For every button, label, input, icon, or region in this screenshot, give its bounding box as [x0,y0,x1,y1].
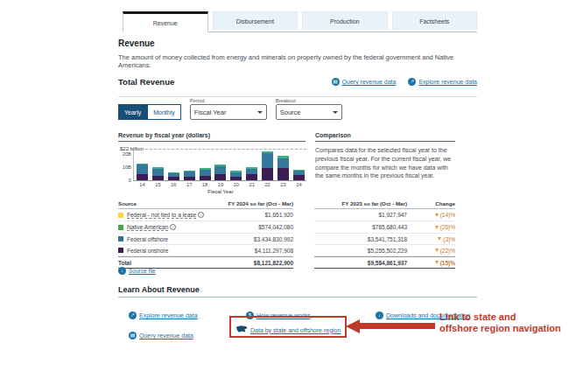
breakout-label: Breakout [276,98,342,103]
link-explore-revenue-data[interactable]: ↗Explore revenue data [129,312,198,319]
source-label-federal-onshore: Federal onshore [127,248,168,254]
source-label-federal-not-tied-to-a-lease[interactable]: Federal - not tied to a lease [127,212,196,219]
link-query-revenue-data[interactable]: ▤Query revenue data [129,332,193,340]
stacked-bar-fy18 [200,168,211,180]
y-tick-label: 0 [119,178,131,183]
fy2024-value: $8,121,822,900 [216,256,293,269]
arrow-down-icon [438,237,441,241]
change-value: (15)% [407,256,455,269]
x-tick-label: 20 [230,182,242,187]
toggle-yearly[interactable]: Yearly [118,104,147,120]
stacked-bar-fy17 [184,171,195,180]
learn-divider [118,297,477,298]
info-icon[interactable]: i [170,224,176,230]
stacked-bar-fy14 [137,164,148,180]
x-tick-label: 18 [200,182,211,187]
stacked-bar-fy15 [152,167,164,180]
fy2023-value: $9,584,861,937 [314,256,407,269]
annotation-arrow-shaft [360,323,435,329]
table-row: Federal - not tied to a leasei$1,651,920… [118,209,455,221]
comparison-text: Compares data for the selected fiscal ye… [315,146,458,180]
bar-segment-federal-onshore [230,177,242,180]
bar-segment-federal-onshore [277,168,289,180]
comparison-title: Comparison [315,132,351,138]
chevron-down-icon [257,111,263,114]
chart-title: Revenue by fiscal year (dollars) [118,132,210,138]
change-value: (3)% [407,234,455,245]
bar-segment-federal-offshore [200,170,211,177]
source-file-link[interactable]: ↓ Source file [118,267,156,275]
legend-swatch [118,236,123,242]
stacked-bar-fy24 [293,170,305,180]
section-divider [118,96,477,97]
revenue-bar-chart: $22 billion 1415161718192021222324 Fisca… [119,143,306,197]
fy2023-value: $5,255,502,229 [314,245,407,256]
fy2024-value: $1,651,920 [216,209,293,221]
toggle-monthly[interactable]: Monthly [147,104,181,120]
source-label-native-american[interactable]: Native American [127,224,168,231]
x-tick-label: 24 [293,182,305,187]
tab-production[interactable]: Production [302,11,388,30]
link-query-revenue-data[interactable]: ▤Query revenue data [332,78,397,86]
x-tick-label: 22 [262,182,273,187]
fy2023-value: $785,680,443 [314,221,407,234]
breakout-select-value: Source [280,108,301,116]
learn-heading: Learn About Revenue [118,285,200,294]
bar-segment-federal-onshore [168,177,179,180]
legend-swatch [118,213,123,218]
learn-link-highlighted: Data by state and offshore region [236,321,341,337]
learn-link: ▤Query revenue data [129,325,193,340]
header-fy2023: FY 2023 so far (Oct - Mar) [314,198,407,209]
x-tick-label: 23 [277,182,289,187]
arrow-down-icon [435,261,439,264]
change-value: (22)% [407,245,455,256]
header-change: Change [407,198,455,209]
us-map-icon [236,326,248,334]
bar-group [137,149,305,180]
x-tick-label: 17 [184,182,195,187]
breakout-select[interactable]: Source [276,104,342,120]
link-explore-revenue-data[interactable]: ↗Explore revenue data [408,78,477,86]
link-data-by-state-and-offshore-region[interactable]: Data by state and offshore region [236,326,341,334]
change-value: (14)% [407,209,455,221]
bar-segment-federal-onshore [200,176,211,180]
period-select[interactable]: Fiscal Year [190,104,267,120]
bar-segment-federal-onshore [137,174,148,180]
page-title: Revenue [118,38,155,48]
query-icon: ▤ [129,332,137,340]
arrow-down-icon [435,248,439,252]
x-axis-title: Fiscal Year [137,189,305,194]
y-axis-line [133,150,134,181]
explore-icon: ↗ [408,78,416,86]
bar-segment-federal-onshore [246,174,257,180]
tab-factsheets[interactable]: Factsheets [392,11,478,30]
source-table: Source FY 2024 so far (Oct - Mar) FY 202… [118,198,455,269]
fy2023-value: $1,927,947 [314,209,407,221]
bar-segment-federal-offshore [262,153,273,168]
stacked-bar-fy20 [230,171,242,180]
x-tick-label: 14 [137,182,148,187]
period-toggle: YearlyMonthly [118,104,181,120]
bar-segment-federal-offshore [152,169,164,176]
table-row: Federal offshore$3,434,830,992$3,541,751… [118,234,455,245]
bar-segment-federal-onshore [214,174,226,180]
learn-link: ↗Explore revenue data [129,304,198,320]
chevron-down-icon [333,111,338,114]
arrow-down-icon [435,214,439,217]
link-how-revenue-works[interactable]: $How revenue works [246,312,310,319]
table-total-row: Total$8,121,822,900$9,584,861,937(15)% [118,256,455,269]
tab-revenue[interactable]: Revenue [123,11,208,32]
query-icon: ▤ [332,78,340,86]
explore-icon: ↗ [129,312,137,319]
x-tick-label: 15 [152,182,164,187]
tab-bar: RevenueDisbursementProductionFactsheets [123,11,477,32]
how-it-works-icon: $ [246,312,254,319]
chart-title-rule [118,141,306,142]
info-icon[interactable]: i [198,212,204,218]
bar-segment-federal-onshore [293,175,305,180]
learn-link: $How revenue works [246,304,310,320]
source-file-row: ↓ Source file [118,260,156,276]
stacked-bar-fy22 [262,151,273,180]
bar-segment-federal-onshore [152,176,164,180]
tab-disbursement[interactable]: Disbursement [213,11,299,30]
